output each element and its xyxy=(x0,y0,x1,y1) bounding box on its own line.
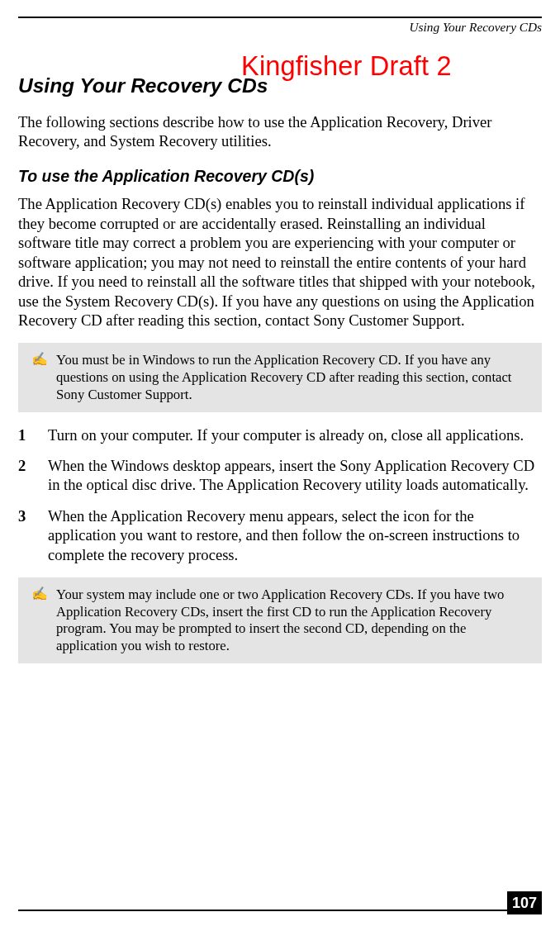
step-text: When the Application Recovery menu appea… xyxy=(48,506,542,564)
list-item: 1 Turn on your computer. If your compute… xyxy=(18,425,542,444)
running-head: Using Your Recovery CDs xyxy=(18,20,542,35)
step-number: 3 xyxy=(18,506,48,525)
note-text: You must be in Windows to run the Applic… xyxy=(56,352,529,403)
subsection-body: The Application Recovery CD(s) enables y… xyxy=(18,194,542,330)
note-text: Your system may include one or two Appli… xyxy=(56,587,529,655)
note-box: ✍ You must be in Windows to run the Appl… xyxy=(18,343,542,411)
footer: 107 xyxy=(18,910,542,911)
list-item: 3 When the Application Recovery menu app… xyxy=(18,506,542,564)
pencil-icon: ✍ xyxy=(31,587,48,601)
intro-paragraph: The following sections describe how to u… xyxy=(18,112,542,150)
note-box: ✍ Your system may include one or two App… xyxy=(18,577,542,663)
subsection-title: To use the Application Recovery CD(s) xyxy=(18,167,542,186)
list-item: 2 When the Windows desktop appears, inse… xyxy=(18,456,542,495)
step-text: Turn on your computer. If your computer … xyxy=(48,425,542,444)
footer-rule xyxy=(18,910,542,911)
step-number: 2 xyxy=(18,456,48,475)
draft-watermark: Kingfisher Draft 2 xyxy=(241,51,452,82)
pencil-icon: ✍ xyxy=(31,352,48,367)
step-list: 1 Turn on your computer. If your compute… xyxy=(18,425,542,565)
step-text: When the Windows desktop appears, insert… xyxy=(48,456,542,495)
step-number: 1 xyxy=(18,425,48,444)
header-rule xyxy=(18,17,542,18)
page-number: 107 xyxy=(507,891,542,914)
